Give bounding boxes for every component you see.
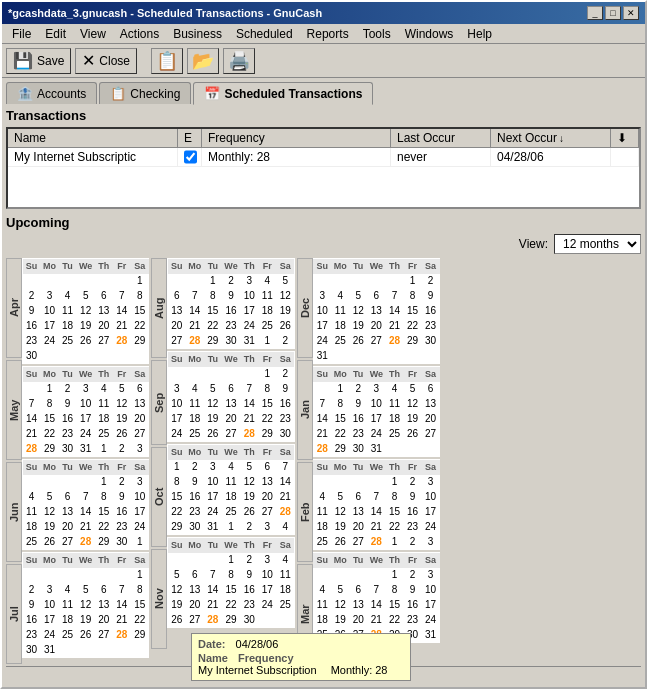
month-label-jul: Jul xyxy=(6,564,22,664)
menu-bar: File Edit View Actions Business Schedule… xyxy=(2,24,645,44)
menu-reports[interactable]: Reports xyxy=(301,26,355,42)
calendar-jun: SuMoTuWeThFrSa 123 45678910 111213141516… xyxy=(22,459,149,550)
tab-scheduled[interactable]: 📅 Scheduled Transactions xyxy=(193,82,373,105)
cell-next-occur: 04/28/06 xyxy=(491,148,611,166)
view-select[interactable]: 1 month 3 months 6 months 12 months xyxy=(554,234,641,254)
cal-months-3: SuMoTuWeThFrSa 12 3456789 10111213141516… xyxy=(313,258,440,664)
cal-col-1: Apr May Jun Jul SuMoTuWeThFrSa 1 2345678… xyxy=(6,258,149,664)
tab-checking-label: Checking xyxy=(130,87,180,101)
accounts-icon: 🏦 xyxy=(17,86,33,101)
tab-scheduled-label: Scheduled Transactions xyxy=(224,87,362,101)
view-label: View: xyxy=(519,237,548,251)
month-labels-3: Dec Jan Feb Mar xyxy=(297,258,313,664)
calendar-jan: SuMoTuWeThFrSa 123456 78910111213 141516… xyxy=(313,366,440,457)
menu-file[interactable]: File xyxy=(6,26,37,42)
month-label-oct: Oct xyxy=(151,447,167,547)
minimize-button[interactable]: _ xyxy=(587,6,603,20)
menu-actions[interactable]: Actions xyxy=(114,26,165,42)
tooltip: Date: 04/28/06 Name Frequency My Interne… xyxy=(191,633,411,681)
month-label-aug: Aug xyxy=(151,258,167,358)
col-frequency: Frequency xyxy=(202,129,391,147)
table-empty-area xyxy=(8,167,639,207)
calendar-aug: SuMoTuWeThFrSa 12345 6789101112 13141516… xyxy=(167,258,294,349)
transactions-table: Name E Frequency Last Occur Next Occur ↓… xyxy=(6,127,641,209)
tooltip-freq-value: Monthly: 28 xyxy=(331,664,388,676)
cell-extra xyxy=(611,148,639,166)
calendar-dec: SuMoTuWeThFrSa 12 3456789 10111213141516… xyxy=(313,258,440,364)
tab-accounts-label: Accounts xyxy=(37,87,86,101)
menu-edit[interactable]: Edit xyxy=(39,26,72,42)
transactions-title: Transactions xyxy=(6,108,641,123)
toolbar: 💾 Save ✕ Close 📋 📂 🖨️ xyxy=(2,44,645,78)
calendar-feb: SuMoTuWeThFrSa 123 45678910 111213141516… xyxy=(313,459,440,550)
table-header: Name E Frequency Last Occur Next Occur ↓… xyxy=(8,129,639,148)
month-labels-1: Apr May Jun Jul xyxy=(6,258,22,664)
window-controls: _ □ ✕ xyxy=(587,6,639,20)
cell-frequency: Monthly: 28 xyxy=(202,148,391,166)
upcoming-title: Upcoming xyxy=(6,215,641,230)
cell-name: My Internet Subscriptic xyxy=(8,148,178,166)
cal-months-2: SuMoTuWeThFrSa 12345 6789101112 13141516… xyxy=(167,258,294,664)
month-label-sep: Sep xyxy=(151,360,167,445)
save-icon: 💾 xyxy=(13,51,33,70)
calendar-may: SuMoTuWeThFrSa 123456 78910111213 141516… xyxy=(22,366,149,457)
tooltip-date-label: Date: xyxy=(198,638,226,650)
menu-business[interactable]: Business xyxy=(167,26,228,42)
calendar-mar: SuMoTuWeThFrSa 123 45678910 111213141516… xyxy=(313,552,440,643)
month-label-feb: Feb xyxy=(297,462,313,562)
month-label-jan: Jan xyxy=(297,360,313,460)
calendar-apr: SuMoTuWeThFrSa 1 2345678 9101112131415 1… xyxy=(22,258,149,364)
month-label-jun: Jun xyxy=(6,462,22,562)
scheduled-icon: 📅 xyxy=(204,86,220,101)
col-actions: ⬇ xyxy=(611,129,639,147)
view-selector: View: 1 month 3 months 6 months 12 month… xyxy=(6,234,641,254)
menu-scheduled[interactable]: Scheduled xyxy=(230,26,299,42)
col-name: Name xyxy=(8,129,178,147)
col-last-occur: Last Occur xyxy=(391,129,491,147)
month-label-dec: Dec xyxy=(297,258,313,358)
maximize-button[interactable]: □ xyxy=(605,6,621,20)
cal-col-3: Dec Jan Feb Mar SuMoTuWeThFrSa 12 345678… xyxy=(297,258,440,664)
tooltip-name-label: Name xyxy=(198,652,228,664)
month-label-may: May xyxy=(6,360,22,460)
col-enabled: E xyxy=(178,129,202,147)
cell-last-occur: never xyxy=(391,148,491,166)
close-button[interactable]: ✕ xyxy=(623,6,639,20)
tab-accounts[interactable]: 🏦 Accounts xyxy=(6,82,97,104)
month-labels-2: Aug Sep Oct Nov xyxy=(151,258,167,664)
save-button[interactable]: 💾 Save xyxy=(6,48,71,74)
menu-view[interactable]: View xyxy=(74,26,112,42)
action-btn-3[interactable]: 🖨️ xyxy=(223,48,255,74)
enabled-checkbox[interactable] xyxy=(184,150,197,164)
calendar-jul: SuMoTuWeThFrSa 1 2345678 9101112131415 1… xyxy=(22,552,149,658)
tab-checking[interactable]: 📋 Checking xyxy=(99,82,191,104)
col-next-occur: Next Occur ↓ xyxy=(491,129,611,147)
cell-enabled[interactable] xyxy=(178,148,202,166)
action-btn-1[interactable]: 📋 xyxy=(151,48,183,74)
main-content: Transactions Name E Frequency Last Occur… xyxy=(2,104,645,689)
close-icon: ✕ xyxy=(82,51,95,70)
tabs-bar: 🏦 Accounts 📋 Checking 📅 Scheduled Transa… xyxy=(2,78,645,104)
close-tab-button[interactable]: ✕ Close xyxy=(75,48,137,74)
tooltip-values-row: My Internet Subscription Monthly: 28 xyxy=(198,664,404,676)
tooltip-freq-label: Frequency xyxy=(238,652,294,664)
month-label-apr: Apr xyxy=(6,258,22,358)
action-btn-2[interactable]: 📂 xyxy=(187,48,219,74)
menu-tools[interactable]: Tools xyxy=(357,26,397,42)
menu-windows[interactable]: Windows xyxy=(399,26,460,42)
title-bar: *gcashdata_3.gnucash - Scheduled Transac… xyxy=(2,2,645,24)
calendars-area: Apr May Jun Jul SuMoTuWeThFrSa 1 2345678… xyxy=(6,258,641,664)
month-label-nov: Nov xyxy=(151,549,167,649)
window-title: *gcashdata_3.gnucash - Scheduled Transac… xyxy=(8,7,322,19)
calendar-nov: SuMoTuWeThFrSa 1234 567891011 1213141516… xyxy=(167,537,294,628)
calendar-sep: SuMoTuWeThFrSa 12 3456789 10111213141516… xyxy=(167,351,294,442)
menu-help[interactable]: Help xyxy=(461,26,498,42)
cal-months-1: SuMoTuWeThFrSa 1 2345678 9101112131415 1… xyxy=(22,258,149,664)
tooltip-name-value: My Internet Subscription xyxy=(198,664,317,676)
calendar-oct: SuMoTuWeThFrSa 1234567 891011121314 1516… xyxy=(167,444,294,535)
tooltip-data-row: Name Frequency xyxy=(198,652,404,664)
table-row: My Internet Subscriptic Monthly: 28 neve… xyxy=(8,148,639,167)
checking-icon: 📋 xyxy=(110,86,126,101)
tooltip-date-value: 04/28/06 xyxy=(236,638,279,650)
tooltip-date-row: Date: 04/28/06 xyxy=(198,638,404,650)
